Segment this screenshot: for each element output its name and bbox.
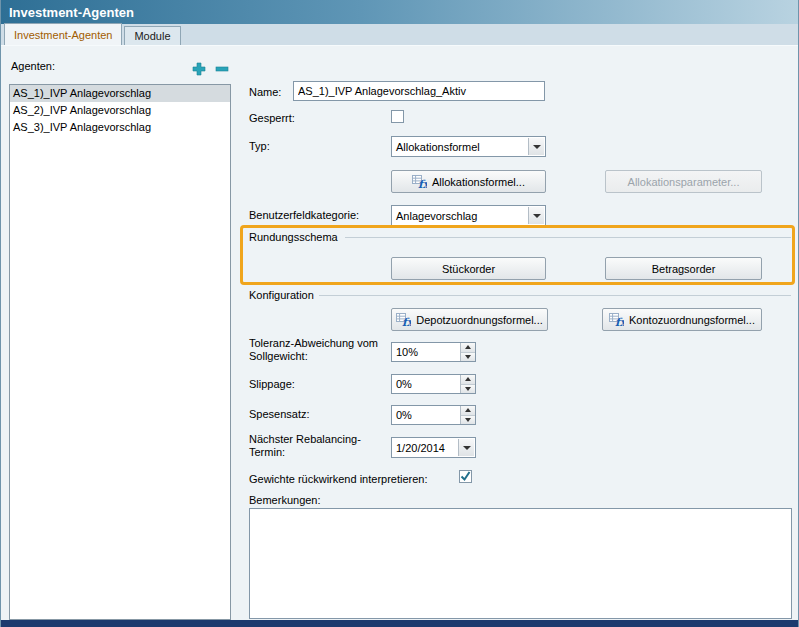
formula-icon: fx <box>412 175 427 189</box>
spin-up-icon[interactable] <box>461 406 475 415</box>
slippage-label: Slippage: <box>249 378 295 391</box>
spin-down-icon[interactable] <box>461 352 475 362</box>
name-label: Name: <box>249 86 281 99</box>
spinner-buttons <box>460 406 475 424</box>
spin-up-icon[interactable] <box>461 343 475 352</box>
benutzerfeldkategorie-dropdown-value: Anlagevorschlag <box>396 210 477 222</box>
slippage-value: 0% <box>396 378 412 390</box>
chevron-down-icon[interactable] <box>528 138 544 155</box>
tab-module[interactable]: Module <box>124 26 180 45</box>
gewichte-label: Gewichte rückwirkend interpretieren: <box>249 473 428 486</box>
minus-icon <box>214 61 230 77</box>
depotzuordnungsformel-button-label: Depotzuordnungsformel... <box>416 314 543 326</box>
formula-icon: fx <box>396 313 411 327</box>
allokationsparameter-button-label: Allokationsparameter... <box>628 176 740 188</box>
stueckorder-button[interactable]: Stückorder <box>391 257 546 280</box>
typ-dropdown[interactable]: Allokationsformel <box>391 136 546 157</box>
spesensatz-value: 0% <box>396 409 412 421</box>
gesperrt-checkbox[interactable] <box>391 110 404 123</box>
plus-icon <box>191 61 207 77</box>
investment-agenten-window: Investment-Agenten Investment-Agenten Mo… <box>0 0 799 627</box>
name-input[interactable] <box>293 81 545 101</box>
agents-list-label: Agenten: <box>11 60 55 73</box>
svg-text:fx: fx <box>402 316 411 327</box>
svg-text:fx: fx <box>418 178 427 189</box>
spesensatz-spinner[interactable]: 0% <box>391 405 476 425</box>
allokationsformel-button-label: Allokationsformel... <box>432 176 525 188</box>
rebalancing-label: Nächster Rebalancing-Termin: <box>249 433 389 459</box>
spin-up-icon[interactable] <box>461 375 475 384</box>
gesperrt-label: Gesperrt: <box>249 112 295 125</box>
bottom-status-bar <box>1 620 799 627</box>
benutzerfeldkategorie-dropdown[interactable]: Anlagevorschlag <box>391 205 546 226</box>
tab-investment-agenten-label: Investment-Agenten <box>14 29 112 41</box>
slippage-spinner[interactable]: 0% <box>391 374 476 394</box>
remove-agent-button[interactable] <box>214 61 230 77</box>
group-separator-line <box>345 237 791 238</box>
toleranz-spinner[interactable]: 10% <box>391 342 476 362</box>
bemerkungen-label: Bemerkungen: <box>249 494 321 507</box>
spinner-buttons <box>460 343 475 361</box>
window-title: Investment-Agenten <box>9 5 134 20</box>
betragsorder-button-label: Betragsorder <box>652 263 716 275</box>
chevron-down-icon[interactable] <box>458 439 474 456</box>
benutzerfeldkategorie-label: Benutzerfeldkategorie: <box>249 209 359 222</box>
tab-bar: Investment-Agenten Module <box>1 24 799 46</box>
spesensatz-label: Spesensatz: <box>249 408 310 421</box>
rebalancing-date-dropdown[interactable]: 1/20/2014 <box>391 437 476 458</box>
betragsorder-button[interactable]: Betragsorder <box>605 257 762 280</box>
stueckorder-button-label: Stückorder <box>442 263 495 275</box>
toleranz-value: 10% <box>396 346 418 358</box>
spin-down-icon[interactable] <box>461 415 475 425</box>
konfiguration-group-label: Konfiguration <box>249 289 314 302</box>
spin-down-icon[interactable] <box>461 384 475 394</box>
kontozuordnungsformel-button-label: Kontozuordnungsformel... <box>629 314 755 326</box>
bemerkungen-textarea[interactable] <box>249 508 792 619</box>
chevron-down-icon[interactable] <box>528 207 544 224</box>
window-title-bar: Investment-Agenten <box>1 0 799 24</box>
svg-text:fx: fx <box>615 316 624 327</box>
typ-dropdown-value: Allokationsformel <box>396 141 480 153</box>
gewichte-checkbox[interactable] <box>459 470 472 483</box>
toleranz-label: Toleranz-Abweichung vom Sollgewicht: <box>249 337 384 363</box>
checkmark-icon <box>459 470 472 483</box>
rebalancing-date-value: 1/20/2014 <box>396 442 445 454</box>
rundungsschema-group-label: Rundungsschema <box>249 231 338 244</box>
agent-list: AS_1)_IVP Anlagevorschlag AS_2)_IVP Anla… <box>9 84 231 620</box>
allokationsformel-button[interactable]: fx Allokationsformel... <box>391 170 546 193</box>
agent-list-item[interactable]: AS_2)_IVP Anlagevorschlag <box>10 102 230 119</box>
formula-icon: fx <box>609 313 624 327</box>
group-separator-line <box>319 295 791 296</box>
depotzuordnungsformel-button[interactable]: fx Depotzuordnungsformel... <box>391 308 548 331</box>
agent-list-item[interactable]: AS_3)_IVP Anlagevorschlag <box>10 119 230 136</box>
tab-investment-agenten[interactable]: Investment-Agenten <box>4 23 122 45</box>
typ-label: Typ: <box>249 140 270 153</box>
add-agent-button[interactable] <box>191 61 207 77</box>
agent-list-item[interactable]: AS_1)_IVP Anlagevorschlag <box>10 85 230 102</box>
spinner-buttons <box>460 375 475 393</box>
kontozuordnungsformel-button[interactable]: fx Kontozuordnungsformel... <box>602 308 762 331</box>
tab-module-label: Module <box>134 30 170 42</box>
allokationsparameter-button[interactable]: Allokationsparameter... <box>605 170 762 193</box>
